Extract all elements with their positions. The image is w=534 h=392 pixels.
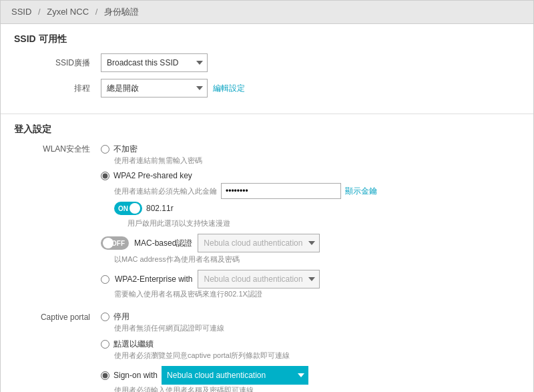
no-encrypt-desc: 使用者連結前無需輸入密碼 (114, 156, 377, 166)
schedule-label: 排程 (14, 83, 101, 94)
breadcrumb-auth: 身份驗證 (104, 7, 139, 17)
toggle-off-label: OFF (111, 240, 125, 247)
captive-disabled-desc: 使用者無須任何網頁認證即可連線 (114, 323, 308, 333)
toggle-circle (129, 203, 140, 214)
captive-disabled-radio[interactable] (101, 313, 109, 321)
breadcrumb-ssid: SSID (11, 7, 31, 17)
captive-signon-radio[interactable] (101, 371, 109, 380)
wpa2-psk-radio[interactable] (101, 172, 109, 180)
enterprise-nebula-select[interactable]: Nebula cloud authentication (198, 270, 320, 288)
login-settings-section: 登入設定 WLAN安全性 不加密 使用者連結前無需輸入密碼 WPA2 Pre-s… (1, 114, 533, 392)
ssid-broadcast-control: Broadcast this SSID Hide this SSID (101, 53, 520, 72)
wlan-security-label: WLAN安全性 (14, 144, 101, 305)
wpa2-psk-row: WPA2 Pre-shared key (101, 171, 377, 180)
802-toggle-row: ON 802.11r (114, 202, 377, 215)
802-toggle[interactable]: ON (114, 202, 142, 215)
mac-based-row: OFF MAC-based認證 Nebula cloud authenticat… (101, 234, 377, 252)
captive-signon-label: Sign-on with (113, 371, 158, 380)
captive-clickthrough-label: 點選以繼續 (113, 339, 154, 350)
ssid-broadcast-label: SSID廣播 (14, 57, 101, 69)
ssid-availability-title: SSID 可用性 (14, 33, 520, 45)
password-row: 使用者連結前必須先輸入此金鑰 顯示金鑰 (114, 183, 377, 199)
captive-clickthrough-option: 點選以繼續 使用者必須瀏覽並同意captive portal所列條款即可連線 (101, 339, 308, 361)
schedule-select[interactable]: 總是開啟 自訂排程 (101, 79, 208, 97)
no-encrypt-option: 不加密 使用者連結前無需輸入密碼 (101, 144, 377, 166)
mac-based-desc: 以MAC address作為使用者名稱及密碼 (114, 254, 377, 264)
captive-disabled-option: 停用 使用者無須任何網頁認證即可連線 (101, 311, 308, 333)
schedule-row: 排程 總是開啟 自訂排程 編輯設定 (14, 79, 520, 97)
toggle-on-label: ON (118, 205, 128, 212)
login-settings-title: 登入設定 (14, 124, 520, 136)
enterprise-label: WPA2-Enterprise with (115, 274, 192, 284)
enterprise-row: WPA2-Enterprise with Nebula cloud authen… (101, 270, 377, 288)
wlan-security-options: 不加密 使用者連結前無需輸入密碼 WPA2 Pre-shared key 使用者… (101, 144, 377, 305)
wpa2-enterprise-radio[interactable] (101, 275, 109, 284)
no-encrypt-row: 不加密 (101, 144, 377, 155)
mac-based-label: MAC-based認證 (134, 238, 192, 249)
ssid-availability-section: SSID 可用性 SSID廣播 Broadcast this SSID Hide… (1, 24, 533, 114)
no-encrypt-radio[interactable] (101, 145, 109, 154)
password-hint: 使用者連結前必須先輸入此金鑰 (114, 186, 217, 196)
breadcrumb-zyxel: Zyxel NCC (47, 7, 89, 17)
mac-based-option: OFF MAC-based認證 Nebula cloud authenticat… (101, 234, 377, 264)
ssid-broadcast-select[interactable]: Broadcast this SSID Hide this SSID (101, 53, 208, 72)
captive-portal-layout: Captive portal 停用 使用者無須任何網頁認證即可連線 (14, 311, 520, 392)
wpa2-psk-label: WPA2 Pre-shared key (113, 171, 192, 180)
password-input[interactable] (221, 183, 341, 199)
802-label: 802.11r (146, 204, 174, 213)
captive-portal-options: 停用 使用者無須任何網頁認證即可連線 點選以繼續 使用者必須瀏覽並同意capti… (101, 311, 308, 392)
captive-portal-label: Captive portal (14, 311, 101, 322)
captive-clickthrough-row: 點選以繼續 (101, 339, 308, 350)
edit-schedule-link[interactable]: 編輯設定 (213, 83, 245, 94)
breadcrumb-sep-1: / (38, 7, 43, 17)
enterprise-desc: 需要輸入使用者名稱及密碼來進行802.1X認證 (114, 289, 377, 299)
captive-clickthrough-desc: 使用者必須瀏覽並同意captive portal所列條款即可連線 (114, 351, 308, 361)
no-encrypt-label: 不加密 (113, 144, 138, 155)
mac-toggle[interactable]: OFF (101, 236, 129, 250)
show-key-button[interactable]: 顯示金鑰 (345, 186, 377, 197)
wpa2-psk-option: WPA2 Pre-shared key 使用者連結前必須先輸入此金鑰 顯示金鑰 … (101, 171, 377, 228)
mac-nebula-select[interactable]: Nebula cloud authentication (198, 234, 320, 252)
wlan-security-row: WLAN安全性 不加密 使用者連結前無需輸入密碼 WPA2 Pre-shared… (14, 144, 520, 305)
captive-portal-section: Captive portal 停用 使用者無須任何網頁認證即可連線 (14, 311, 520, 392)
page-wrapper: SSID / Zyxel NCC / 身份驗證 SSID 可用性 SSID廣播 … (0, 0, 534, 392)
802-desc: 用戶啟用此選項以支持快速漫遊 (127, 218, 377, 228)
captive-clickthrough-radio[interactable] (101, 340, 109, 349)
wpa2-psk-sub-controls: 使用者連結前必須先輸入此金鑰 顯示金鑰 ON 802.11r 用戶啟用此選項以支… (114, 183, 377, 228)
breadcrumb-sep-2: / (95, 7, 100, 17)
captive-signon-row: Sign-on with Nebula cloud authentication (101, 366, 308, 385)
captive-signon-desc: 使用者必須輸入使用者名稱及密碼即可連線 (114, 385, 308, 392)
breadcrumb: SSID / Zyxel NCC / 身份驗證 (1, 1, 533, 24)
captive-disabled-row: 停用 (101, 311, 308, 323)
ssid-broadcast-row: SSID廣播 Broadcast this SSID Hide this SSI… (14, 53, 520, 72)
schedule-control: 總是開啟 自訂排程 編輯設定 (101, 79, 520, 97)
captive-nebula-select[interactable]: Nebula cloud authentication (162, 366, 308, 385)
captive-disabled-label: 停用 (113, 311, 129, 323)
captive-signon-option: Sign-on with Nebula cloud authentication… (101, 366, 308, 392)
wpa2-enterprise-option: WPA2-Enterprise with Nebula cloud authen… (101, 270, 377, 299)
